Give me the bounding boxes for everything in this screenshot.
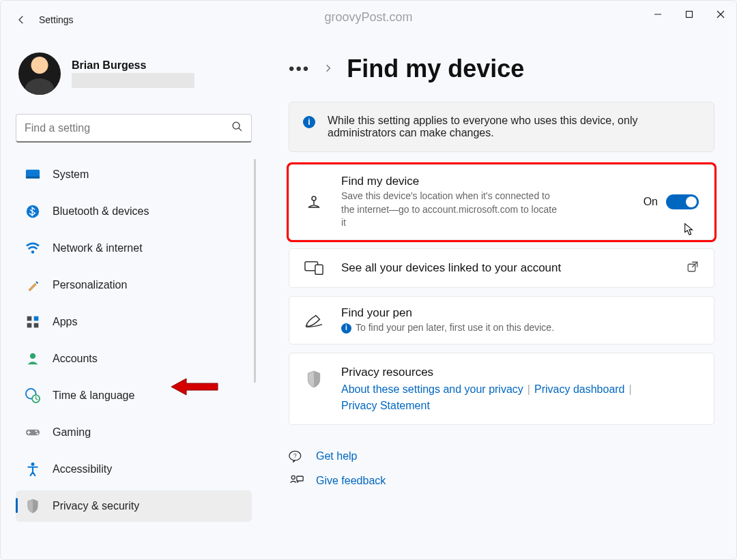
pen-icon: [304, 311, 323, 330]
search-box[interactable]: [16, 114, 252, 143]
svg-line-5: [239, 128, 242, 131]
svg-point-4: [233, 122, 240, 129]
nav-label: Time & language: [53, 389, 134, 402]
sidebar-item-accounts[interactable]: Accounts: [16, 343, 252, 374]
nav-label: Personalization: [53, 279, 127, 291]
link-privacy-dashboard[interactable]: Privacy dashboard: [534, 383, 625, 395]
give-feedback-link[interactable]: Give feedback: [289, 469, 714, 493]
title-bar: Settings groovyPost.com: [1, 1, 736, 39]
system-icon: [25, 167, 40, 182]
page-title: Find my device: [347, 55, 524, 83]
toggle-state-label: On: [644, 196, 658, 208]
feedback-label: Give feedback: [316, 475, 386, 487]
svg-rect-25: [315, 265, 323, 274]
person-icon: [25, 351, 40, 366]
svg-rect-13: [34, 323, 39, 328]
svg-rect-12: [27, 323, 32, 328]
sidebar-item-gaming[interactable]: Gaming: [16, 417, 252, 448]
svg-point-20: [31, 462, 35, 466]
svg-point-9: [31, 250, 35, 254]
apps-icon: [25, 314, 40, 329]
gaming-icon: [25, 425, 40, 440]
svg-point-29: [291, 476, 295, 480]
get-help-link[interactable]: ? Get help: [289, 444, 714, 469]
wifi-icon: [25, 241, 40, 256]
help-icon: ?: [289, 449, 304, 464]
svg-rect-30: [297, 477, 303, 482]
feedback-icon: [289, 473, 304, 488]
bluetooth-icon: [25, 204, 40, 219]
sidebar-item-time-language[interactable]: Time & language: [16, 380, 252, 411]
sidebar-item-privacy-security[interactable]: Privacy & security: [16, 490, 252, 522]
chevron-right-icon: [323, 62, 333, 76]
location-pin-icon: [304, 192, 323, 211]
help-label: Get help: [316, 450, 357, 462]
svg-point-22: [312, 196, 316, 201]
nav-label: Network & internet: [53, 242, 143, 254]
sidebar-item-bluetooth[interactable]: Bluetooth & devices: [16, 196, 252, 227]
scrollbar[interactable]: [254, 159, 256, 383]
svg-point-18: [35, 430, 38, 432]
svg-text:?: ?: [293, 452, 297, 459]
link-privacy-statement[interactable]: Privacy Statement: [341, 400, 430, 411]
app-title: Settings: [39, 14, 74, 25]
user-name: Brian Burgess: [72, 59, 194, 72]
accessibility-icon: [25, 462, 40, 477]
card-see-all-devices[interactable]: See all your devices linked to your acco…: [289, 248, 714, 288]
breadcrumb-overflow-button[interactable]: •••: [289, 59, 310, 78]
search-input[interactable]: [25, 122, 231, 134]
devices-icon: [304, 259, 323, 278]
card-subtitle: Save this device's location when it's co…: [341, 190, 560, 230]
help-links: ? Get help Give feedback: [289, 444, 714, 493]
sidebar-item-apps[interactable]: Apps: [16, 306, 252, 338]
user-profile[interactable]: Brian Burgess: [16, 44, 252, 114]
svg-rect-11: [34, 316, 39, 321]
external-link-icon: [687, 261, 699, 276]
sidebar-item-network[interactable]: Network & internet: [16, 233, 252, 264]
info-icon: i: [341, 323, 351, 334]
link-about-privacy[interactable]: About these settings and your privacy: [341, 383, 523, 395]
card-subtitle-text: To find your pen later, first use it on …: [356, 322, 554, 333]
maximize-button[interactable]: [674, 1, 705, 28]
sidebar-item-accessibility[interactable]: Accessibility: [16, 454, 252, 485]
info-icon: i: [303, 116, 315, 128]
info-banner: i While this setting applies to everyone…: [289, 102, 714, 152]
card-subtitle: iTo find your pen later, first use it on…: [341, 321, 699, 335]
nav-list: System Bluetooth & devices Network & int…: [16, 159, 252, 522]
paintbrush-icon: [25, 278, 40, 293]
svg-rect-7: [26, 177, 40, 179]
watermark-text: groovyPost.com: [324, 10, 412, 25]
shield-icon: [304, 370, 323, 389]
close-button[interactable]: [705, 1, 736, 28]
svg-rect-1: [687, 12, 693, 18]
cursor-icon: [684, 223, 695, 235]
nav-label: Accessibility: [53, 463, 112, 475]
back-button[interactable]: [9, 8, 33, 32]
svg-rect-10: [27, 316, 32, 321]
card-title: Find your pen: [341, 306, 699, 320]
nav-label: Privacy & security: [53, 500, 139, 512]
nav-label: Apps: [53, 316, 77, 328]
banner-text: While this setting applies to everyone w…: [328, 115, 700, 139]
breadcrumb: ••• Find my device: [289, 48, 714, 89]
minimize-button[interactable]: [642, 1, 674, 28]
clock-globe-icon: [25, 388, 40, 403]
card-find-your-pen[interactable]: Find your pen iTo find your pen later, f…: [289, 296, 714, 345]
find-my-device-toggle[interactable]: [666, 194, 699, 209]
search-icon: [231, 121, 243, 135]
sidebar-item-system[interactable]: System: [16, 159, 252, 190]
nav-label: Accounts: [53, 353, 98, 365]
card-title: Privacy resources: [341, 366, 699, 379]
main-content: ••• Find my device i While this setting …: [267, 39, 736, 559]
svg-point-14: [30, 353, 35, 359]
shield-icon: [25, 499, 40, 514]
sidebar-item-personalization[interactable]: Personalization: [16, 269, 252, 301]
nav-label: System: [53, 168, 89, 181]
svg-point-19: [37, 432, 39, 434]
window-controls: [642, 1, 736, 28]
card-title: See all your devices linked to your acco…: [341, 261, 669, 275]
sidebar: Brian Burgess System Bluetooth & devices: [1, 39, 267, 559]
nav-label: Gaming: [53, 426, 91, 439]
avatar: [18, 53, 61, 95]
card-find-my-device: Find my device Save this device's locati…: [289, 164, 714, 240]
